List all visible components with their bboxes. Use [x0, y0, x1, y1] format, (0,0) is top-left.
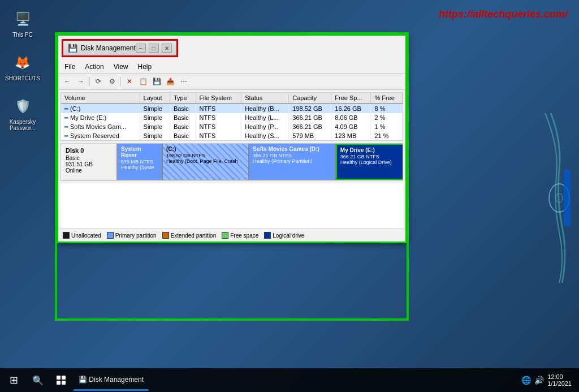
title-bar-left: 💾 Disk Management — [68, 44, 136, 53]
title-bar-wrapper: 💾 Disk Management − □ ✕ — [62, 39, 178, 57]
toolbar-forward[interactable]: → — [75, 75, 87, 88]
task-view-button[interactable] — [51, 369, 71, 391]
col-layout: Layout — [140, 93, 170, 104]
toolbar-more[interactable]: ⋯ — [178, 75, 190, 88]
disk-0-name: Disk 0 — [66, 147, 112, 154]
vol-free: 8.06 GB — [331, 113, 371, 122]
shortcuts-label: SHORTCUTS — [5, 75, 40, 81]
disk-legend: Unallocated Primary partition Extended p… — [58, 229, 405, 242]
volume-table-body: ━ (C:) Simple Basic NTFS Healthy (B... 1… — [61, 104, 403, 140]
toolbar-delete[interactable]: ✕ — [123, 75, 136, 88]
partition-e-drive[interactable]: My Drive (E:) 366.21 GB NTFS Healthy (Lo… — [336, 144, 403, 180]
partition-size: 198.52 GB NTFS — [166, 153, 245, 158]
legend-label-primary: Primary partition — [115, 232, 157, 239]
vol-status: Healthy (L... — [241, 113, 289, 122]
legend-item-primary: Primary partition — [107, 232, 157, 239]
vol-layout: Simple — [140, 113, 170, 122]
partition-system-reserved[interactable]: System Reser 579 MB NTFS Healthy (Syste — [118, 144, 163, 180]
legend-box-primary — [107, 232, 114, 239]
partition-name: (C:) — [166, 146, 245, 152]
menu-file[interactable]: File — [61, 62, 79, 72]
table-row[interactable]: ━ Softs Movies Gam... Simple Basic NTFS … — [61, 122, 403, 131]
menu-action[interactable]: Action — [81, 62, 107, 72]
col-free: Free Sp... — [331, 93, 371, 104]
partition-status: Healthy (Primary Partition) — [253, 158, 331, 164]
vol-filesystem: NTFS — [196, 122, 241, 131]
close-button[interactable]: ✕ — [162, 44, 172, 53]
vol-status: Healthy (B... — [241, 104, 289, 113]
col-type: Type — [170, 93, 196, 104]
partition-size: 579 MB NTFS — [121, 159, 158, 165]
cd-visual — [528, 113, 573, 283]
toolbar-separator-2 — [120, 76, 121, 87]
vol-status: Healthy (S... — [241, 131, 289, 140]
disk-panel: Disk 0 Basic 931.51 GB Online System Res… — [61, 143, 403, 181]
vol-type: Basic — [170, 104, 196, 113]
disk-mgmt-taskbar[interactable]: 💾 Disk Management — [74, 369, 149, 391]
volume-table-container: Volume Layout Type File System Status Ca… — [61, 92, 403, 141]
volume-table: Volume Layout Type File System Status Ca… — [61, 93, 403, 140]
table-row[interactable]: ━ System Reserved Simple Basic NTFS Heal… — [61, 131, 403, 140]
desktop-icon-this-pc[interactable]: 🖥️ This PC — [9, 6, 36, 41]
desktop-icon-kaspersky[interactable]: 🛡️ KasperskyPasswor... — [7, 93, 39, 134]
vol-capacity: 366.21 GB — [289, 113, 331, 122]
toolbar-separator-1 — [89, 76, 90, 87]
vol-free: 4.09 GB — [331, 122, 371, 131]
vol-name-cell: ━ Softs Movies Gam... — [61, 122, 140, 131]
taskbar-tray: 🌐 🔊 12:001/1/2021 — [521, 373, 576, 387]
legend-label-logical: Logical drive — [273, 232, 304, 239]
svg-rect-2 — [564, 170, 571, 226]
svg-rect-4 — [62, 376, 66, 380]
kaspersky-label: KasperskyPasswor... — [10, 119, 36, 131]
vol-filesystem: NTFS — [196, 104, 241, 113]
toolbar-settings[interactable]: ⚙ — [106, 75, 118, 88]
toolbar-refresh[interactable]: ⟳ — [92, 75, 105, 88]
partition-status: Healthy (Boot, Page File, Crash — [166, 158, 245, 164]
disk-0-type: Basic — [66, 155, 112, 161]
watermark: https://alltechqueries.com/ — [439, 8, 568, 20]
vol-layout: Simple — [140, 104, 170, 113]
partition-status: Healthy (Syste — [121, 165, 158, 170]
legend-box-unallocated — [63, 232, 70, 239]
vol-capacity: 579 MB — [289, 131, 331, 140]
search-button[interactable]: 🔍 — [27, 369, 49, 391]
col-volume: Volume — [61, 93, 140, 104]
maximize-button[interactable]: □ — [149, 44, 159, 53]
menu-help[interactable]: Help — [135, 62, 155, 72]
minimize-button[interactable]: − — [136, 44, 146, 53]
toolbar-properties[interactable]: 📋 — [137, 75, 149, 88]
network-tray-icon[interactable]: 🌐 — [521, 376, 531, 385]
menu-view[interactable]: View — [110, 62, 132, 72]
toolbar-save[interactable]: 💾 — [150, 75, 163, 88]
shortcuts-icon: 🦊 — [12, 52, 33, 74]
vol-percent: 8 % — [371, 104, 403, 113]
vol-free: 16.26 GB — [331, 104, 371, 113]
desktop-icon-shortcuts[interactable]: 🦊 SHORTCUTS — [2, 49, 43, 84]
vol-type: Basic — [170, 122, 196, 131]
legend-item-extended: Extended partition — [162, 232, 217, 239]
col-capacity: Capacity — [289, 93, 331, 104]
vol-type: Basic — [170, 131, 196, 140]
title-bar-text: Disk Management — [81, 44, 136, 52]
disk-0-status: Online — [66, 167, 112, 174]
partition-size: 366.21 GB NTFS — [340, 154, 399, 160]
partition-d-drive[interactable]: Softs Movies Games (D:) 366.21 GB NTFS H… — [249, 144, 336, 180]
legend-label-unallocated: Unallocated — [71, 232, 101, 239]
vol-filesystem: NTFS — [196, 113, 241, 122]
toolbar-export[interactable]: 📤 — [164, 75, 176, 88]
vol-name-cell: ━ (C:) — [61, 104, 140, 113]
col-percent: % Free — [371, 93, 403, 104]
legend-label-free: Free space — [230, 232, 258, 239]
table-row[interactable]: ━ My Drive (E:) Simple Basic NTFS Health… — [61, 113, 403, 122]
toolbar-back[interactable]: ← — [61, 75, 74, 88]
partition-c-drive[interactable]: (C:) 198.52 GB NTFS Healthy (Boot, Page … — [163, 144, 249, 180]
vol-percent: 21 % — [371, 131, 403, 140]
table-row[interactable]: ━ (C:) Simple Basic NTFS Healthy (B... 1… — [61, 104, 403, 113]
legend-item-free: Free space — [222, 232, 258, 239]
taskbar: ⊞ 🔍 💾 Disk Management 🌐 🔊 12:001/1/2021 — [0, 368, 579, 392]
legend-box-logical — [264, 232, 271, 239]
vol-name-cell: ━ System Reserved — [61, 131, 140, 140]
volume-tray-icon[interactable]: 🔊 — [534, 376, 544, 385]
start-button[interactable]: ⊞ — [3, 369, 24, 391]
legend-label-extended: Extended partition — [171, 232, 217, 239]
